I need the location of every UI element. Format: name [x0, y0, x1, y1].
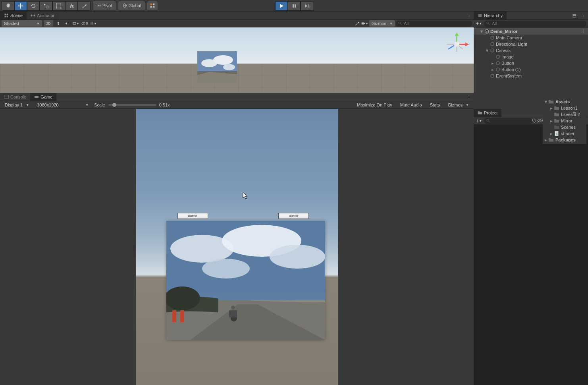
foldout-icon[interactable]: ▸ — [549, 131, 554, 136]
pivot-toggle-button[interactable]: Pivot — [92, 1, 116, 10]
svg-point-61 — [487, 22, 489, 24]
hierarchy-scene-row[interactable]: ▼Demo_Mirror⋮ — [474, 28, 588, 35]
play-button[interactable] — [275, 1, 288, 11]
folder-icon — [548, 99, 554, 104]
hierarchy-item[interactable]: EventSystem — [474, 73, 588, 79]
svg-rect-28 — [73, 22, 76, 24]
step-button[interactable] — [301, 1, 313, 11]
scene-panel-menu[interactable]: ⋮ — [465, 12, 474, 19]
hierarchy-scene-menu[interactable]: ⋮ — [579, 29, 588, 34]
scene-view[interactable]: y x — [0, 27, 474, 93]
resolution-label: 1080x1920 — [37, 103, 58, 107]
svg-rect-24 — [34, 15, 35, 17]
tab-hierarchy[interactable]: Hierarchy — [474, 12, 507, 19]
project-search-input[interactable] — [484, 118, 532, 124]
foldout-icon[interactable]: ▸ — [490, 67, 495, 72]
game-ui-button-2[interactable]: Button — [278, 213, 309, 219]
tab-game[interactable]: Game — [30, 93, 56, 101]
search-icon — [486, 21, 490, 25]
2d-toggle-button[interactable]: 2D — [44, 20, 53, 27]
project-filter-label-button[interactable] — [532, 118, 537, 124]
display-dropdown[interactable]: Display 1▼ — [2, 102, 31, 108]
project-folder-packages[interactable]: ▸Packages — [543, 137, 586, 143]
game-tab-label: Game — [40, 95, 52, 99]
pause-button[interactable] — [288, 1, 301, 11]
stats-toggle[interactable]: Stats — [428, 103, 442, 107]
scene-visibility-toggle[interactable]: 0 — [81, 20, 88, 27]
hand-tool-button[interactable] — [2, 1, 14, 11]
foldout-icon[interactable]: ▼ — [544, 99, 548, 104]
move-tool-button[interactable] — [14, 1, 27, 11]
foldout-icon[interactable]: ▼ — [485, 48, 490, 53]
project-hidden-toggle[interactable]: 6 — [537, 118, 544, 124]
game-ui-button-1[interactable]: Button — [177, 213, 208, 219]
snap-toggle-button[interactable] — [147, 1, 158, 10]
svg-point-29 — [73, 23, 74, 23]
foldout-icon[interactable]: ▸ — [544, 137, 548, 143]
foldout-icon[interactable]: ▸ — [549, 118, 554, 124]
resolution-dropdown[interactable]: 1080x1920▼ — [35, 102, 91, 108]
global-toggle-button[interactable]: Global — [118, 1, 145, 10]
rect-tool-button[interactable] — [52, 1, 65, 11]
tab-console[interactable]: Console — [0, 93, 30, 101]
foldout-icon[interactable]: ▼ — [479, 29, 484, 34]
scene-light-toggle[interactable] — [55, 20, 62, 27]
shading-mode-dropdown[interactable]: Shaded▼ — [2, 20, 42, 27]
gizmos-dropdown[interactable]: Gizmos▼ — [369, 20, 395, 27]
folder-icon — [548, 137, 554, 143]
custom-tool-button[interactable] — [78, 1, 91, 11]
tab-animator[interactable]: Animator — [27, 12, 58, 19]
hierarchy-panel-menu[interactable]: ⋮ — [579, 13, 588, 18]
project-panel-dock[interactable]: ◧ — [572, 108, 577, 117]
project-folder-assets[interactable]: ▼Assets — [543, 99, 586, 105]
hierarchy-item[interactable]: Directional Light — [474, 41, 588, 47]
scene-audio-toggle[interactable] — [64, 20, 71, 27]
tab-project[interactable]: Project — [474, 109, 501, 117]
game-panel-menu[interactable]: ⋮ — [465, 93, 474, 101]
svg-rect-27 — [58, 24, 59, 25]
hierarchy-create-button[interactable]: +▼ — [475, 20, 482, 27]
project-folder[interactable]: ▸Mirror — [543, 118, 586, 124]
scene-image-gizmo[interactable] — [197, 51, 237, 82]
hierarchy-item[interactable]: ▸Button — [474, 60, 588, 66]
hierarchy-item[interactable]: ▸Button (1) — [474, 66, 588, 73]
tab-scene[interactable]: Scene — [0, 12, 27, 19]
hierarchy-panel-dock[interactable]: ◧ — [572, 11, 577, 20]
svg-rect-23 — [31, 15, 32, 17]
project-folder[interactable]: Scenes — [543, 124, 586, 130]
transform-tool-button[interactable] — [65, 1, 78, 11]
folder-icon — [554, 118, 559, 124]
svg-point-8 — [98, 5, 100, 6]
project-filter-type-button[interactable]: 6 — [534, 118, 541, 124]
play-controls-group — [275, 1, 313, 10]
hierarchy-search-input[interactable]: All — [484, 21, 586, 27]
svg-rect-2 — [57, 4, 61, 8]
project-folder[interactable]: ▸Lesson1 — [543, 105, 586, 111]
game-view[interactable]: Button Button — [0, 109, 474, 385]
mute-audio-toggle[interactable]: Mute Audio — [398, 103, 424, 107]
hierarchy-item-label: Button (1) — [501, 67, 521, 72]
project-create-button[interactable]: +▼ — [475, 118, 482, 124]
foldout-icon[interactable]: ▸ — [490, 61, 495, 66]
hierarchy-item[interactable]: Main Camera — [474, 35, 588, 41]
scene-tools-button[interactable] — [353, 20, 361, 27]
project-folder[interactable]: ▸Sshader — [543, 130, 586, 137]
scene-search-input[interactable]: All — [396, 21, 472, 27]
scene-fx-toggle[interactable]: ▼ — [72, 20, 79, 27]
svg-text:x: x — [468, 43, 470, 45]
scene-tab-label: Scene — [10, 13, 23, 18]
orientation-gizmo[interactable]: y x — [444, 31, 468, 55]
game-gizmos-dropdown[interactable]: Gizmos▼ — [445, 102, 471, 108]
project-folder[interactable]: Lseeson2 — [543, 111, 586, 118]
scale-slider[interactable] — [108, 104, 156, 106]
maximize-on-play-toggle[interactable]: Maximize On Play — [355, 103, 395, 107]
scene-grid-toggle[interactable]: ▼ — [90, 20, 97, 27]
svg-point-38 — [223, 64, 235, 70]
rotate-tool-button[interactable] — [27, 1, 40, 11]
svg-point-7 — [72, 7, 74, 8]
foldout-icon[interactable]: ▸ — [549, 106, 554, 111]
hierarchy-item[interactable]: ▼Canvas — [474, 47, 588, 54]
hierarchy-item[interactable]: Image — [474, 54, 588, 60]
scene-camera-button[interactable]: ▼ — [361, 20, 368, 27]
scale-tool-button[interactable] — [40, 1, 52, 11]
